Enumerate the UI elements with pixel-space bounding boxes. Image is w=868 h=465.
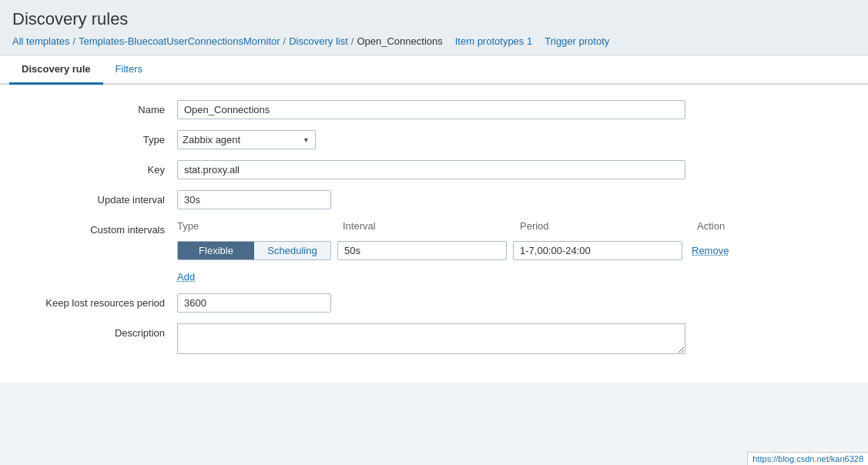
type-btn-group: Flexible Scheduling: [177, 241, 331, 260]
form-row-update-interval: Update interval: [15, 190, 853, 209]
form-area: Name Type Zabbix agent SNMP JMX IPMI: [0, 85, 868, 383]
breadcrumb-discovery-list[interactable]: Discovery list: [289, 35, 348, 47]
col-action-header: Action: [697, 220, 853, 232]
tab-filters[interactable]: Filters: [103, 55, 155, 85]
breadcrumb-sep1: /: [72, 35, 75, 47]
period-input[interactable]: [513, 241, 682, 260]
tab-discovery-rule[interactable]: Discovery rule: [9, 55, 103, 85]
remove-link[interactable]: Remove: [692, 245, 729, 256]
key-input[interactable]: [177, 160, 685, 179]
breadcrumb-sep2: /: [283, 35, 287, 47]
intervals-header: Type Interval Period Action: [177, 220, 853, 232]
keep-lost-label: Keep lost resources period: [15, 293, 177, 309]
breadcrumb-template[interactable]: Templates-BluecoatUserConnectionsMornito…: [79, 35, 280, 47]
name-label: Name: [15, 100, 177, 115]
interval-row-1: Flexible Scheduling Remove: [177, 241, 853, 260]
form-row-custom-intervals: Custom intervals Type Interval Period Ac…: [15, 220, 853, 283]
form-row-description: Description: [15, 323, 853, 356]
type-label: Type: [15, 130, 177, 146]
name-input[interactable]: [177, 100, 685, 119]
btn-flexible[interactable]: Flexible: [178, 242, 254, 259]
type-control: Zabbix agent SNMP JMX IPMI: [177, 130, 853, 149]
name-control: [177, 100, 853, 119]
keep-lost-input[interactable]: [177, 293, 331, 313]
breadcrumb: All templates / Templates-BluecoatUserCo…: [12, 35, 856, 47]
description-textarea[interactable]: [177, 323, 685, 354]
key-label: Key: [15, 160, 177, 176]
form-row-keep-lost: Keep lost resources period: [15, 293, 853, 313]
custom-intervals-control: Type Interval Period Action Flexible Sch…: [177, 220, 853, 283]
interval-input[interactable]: [337, 241, 507, 260]
custom-intervals-container: Type Interval Period Action Flexible Sch…: [177, 220, 853, 283]
custom-intervals-label: Custom intervals: [15, 220, 177, 236]
col-interval-header: Interval: [343, 220, 520, 232]
type-select-wrapper: Zabbix agent SNMP JMX IPMI: [177, 130, 316, 149]
page-header: Discovery rules All templates / Template…: [0, 0, 868, 55]
form-row-type: Type Zabbix agent SNMP JMX IPMI: [15, 130, 853, 149]
type-select[interactable]: Zabbix agent SNMP JMX IPMI: [177, 130, 316, 149]
breadcrumb-sep3: /: [351, 35, 354, 47]
update-interval-input[interactable]: [177, 190, 331, 209]
content-area: Discovery rule Filters Name Type Zabbix …: [0, 55, 868, 383]
col-type-header: Type: [177, 220, 343, 232]
breadcrumb-all-templates[interactable]: All templates: [12, 35, 69, 47]
keep-lost-control: [177, 293, 853, 313]
add-link-container: Add: [177, 266, 853, 283]
key-control: [177, 160, 853, 179]
breadcrumb-trigger-prototypes[interactable]: Trigger prototy: [545, 35, 609, 47]
breadcrumb-current: Open_Connections: [357, 35, 442, 47]
tabs-bar: Discovery rule Filters: [0, 55, 868, 85]
description-label: Description: [15, 323, 177, 339]
add-link[interactable]: Add: [177, 271, 195, 283]
form-row-key: Key: [15, 160, 853, 179]
breadcrumb-item-prototypes[interactable]: Item prototypes 1: [455, 35, 532, 47]
description-control: [177, 323, 853, 356]
btn-scheduling[interactable]: Scheduling: [254, 242, 330, 259]
page-title: Discovery rules: [12, 9, 856, 29]
form-row-name: Name: [15, 100, 853, 119]
update-interval-label: Update interval: [15, 190, 177, 206]
update-interval-control: [177, 190, 853, 209]
col-period-header: Period: [520, 220, 697, 232]
